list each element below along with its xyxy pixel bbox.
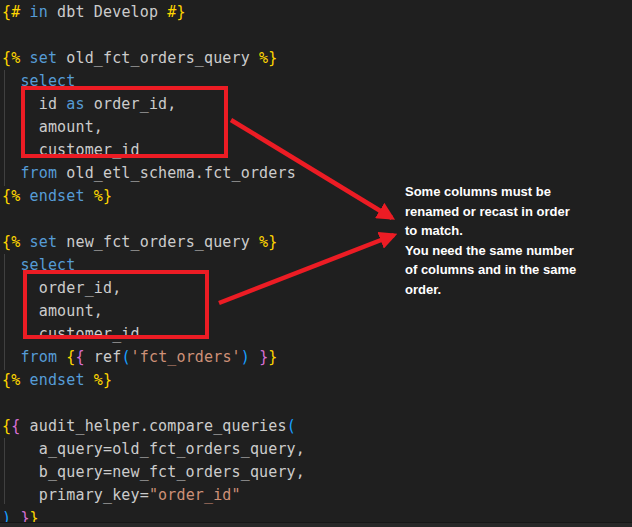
code-token: } bbox=[259, 348, 268, 366]
code-token: set bbox=[30, 49, 58, 67]
code-token: a_query=old_fct_orders_query, bbox=[2, 440, 305, 458]
code-token: ( bbox=[287, 417, 296, 435]
annotation-box-old-columns bbox=[21, 86, 228, 158]
code-token: {# bbox=[2, 3, 20, 21]
code-token: } bbox=[268, 348, 277, 366]
code-token: endset bbox=[30, 371, 85, 389]
annotation-box-new-columns bbox=[23, 270, 209, 339]
code-token bbox=[20, 233, 29, 251]
code-line[interactable] bbox=[2, 24, 305, 47]
annotation-note-line: Some columns must be bbox=[405, 182, 605, 202]
code-token bbox=[2, 72, 20, 90]
annotation-note-line: renamed or recast in order bbox=[405, 202, 605, 222]
code-line[interactable] bbox=[2, 208, 305, 231]
annotation-note-line: to match. bbox=[405, 221, 605, 241]
code-editor-window: {# in dbt Develop #} {% set old_fct_orde… bbox=[0, 0, 632, 527]
code-token: ref bbox=[85, 348, 122, 366]
code-line[interactable]: b_query=new_fct_orders_query, bbox=[2, 461, 305, 484]
annotation-note-line: order. bbox=[405, 280, 605, 300]
code-token bbox=[85, 371, 94, 389]
code-editor-area[interactable]: {# in dbt Develop #} {% set old_fct_orde… bbox=[2, 1, 305, 527]
code-token bbox=[2, 164, 20, 182]
code-token: #} bbox=[167, 3, 185, 21]
code-token: ) bbox=[241, 348, 250, 366]
code-token bbox=[20, 371, 29, 389]
code-token: {% bbox=[2, 233, 20, 251]
code-token: "order_id" bbox=[149, 486, 241, 504]
code-token bbox=[57, 348, 66, 366]
code-token bbox=[20, 3, 29, 21]
code-token: { bbox=[2, 417, 11, 435]
code-token: %} bbox=[259, 233, 277, 251]
code-line[interactable]: {% endset %} bbox=[2, 185, 305, 208]
code-token bbox=[20, 187, 29, 205]
code-token: %} bbox=[94, 187, 112, 205]
code-token: {% bbox=[2, 187, 20, 205]
code-token bbox=[250, 348, 259, 366]
code-line[interactable] bbox=[2, 392, 305, 415]
window-bottom-edge bbox=[0, 522, 632, 527]
annotation-note-line: of columns and in the same bbox=[405, 260, 605, 280]
code-token: b_query=new_fct_orders_query, bbox=[2, 463, 305, 481]
code-line[interactable]: a_query=old_fct_orders_query, bbox=[2, 438, 305, 461]
code-token: { bbox=[75, 348, 84, 366]
code-token: %} bbox=[259, 49, 277, 67]
code-token: {% bbox=[2, 49, 20, 67]
code-line[interactable]: {% set old_fct_orders_query %} bbox=[2, 47, 305, 70]
code-token: from bbox=[20, 164, 57, 182]
code-token: dbt Develop bbox=[48, 3, 167, 21]
code-line[interactable]: from {{ ref('fct_orders') }} bbox=[2, 346, 305, 369]
code-token: in bbox=[30, 3, 48, 21]
code-line[interactable]: {% set new_fct_orders_query %} bbox=[2, 231, 305, 254]
code-line[interactable]: {# in dbt Develop #} bbox=[2, 1, 305, 24]
code-token: old_etl_schema.fct_orders bbox=[57, 164, 296, 182]
code-token bbox=[2, 256, 20, 274]
code-token: %} bbox=[94, 371, 112, 389]
code-token bbox=[2, 348, 20, 366]
code-line[interactable]: {{ audit_helper.compare_queries( bbox=[2, 415, 305, 438]
code-token: 'fct_orders' bbox=[131, 348, 241, 366]
code-token: ( bbox=[121, 348, 130, 366]
code-token: set bbox=[30, 233, 58, 251]
code-token: audit_helper.compare_queries bbox=[20, 417, 286, 435]
code-line[interactable]: {% endset %} bbox=[2, 369, 305, 392]
code-token: {% bbox=[2, 371, 20, 389]
code-line[interactable]: primary_key="order_id" bbox=[2, 484, 305, 507]
code-token: old_fct_orders_query bbox=[57, 49, 259, 67]
code-token: new_fct_orders_query bbox=[57, 233, 259, 251]
code-token: from bbox=[20, 348, 57, 366]
code-token bbox=[20, 49, 29, 67]
annotation-note: Some columns must berenamed or recast in… bbox=[405, 182, 605, 299]
code-token: { bbox=[11, 417, 20, 435]
code-token bbox=[85, 187, 94, 205]
code-token: endset bbox=[30, 187, 85, 205]
annotation-note-line: You need the same number bbox=[405, 241, 605, 261]
code-line[interactable]: from old_etl_schema.fct_orders bbox=[2, 162, 305, 185]
code-token: primary_key= bbox=[2, 486, 149, 504]
